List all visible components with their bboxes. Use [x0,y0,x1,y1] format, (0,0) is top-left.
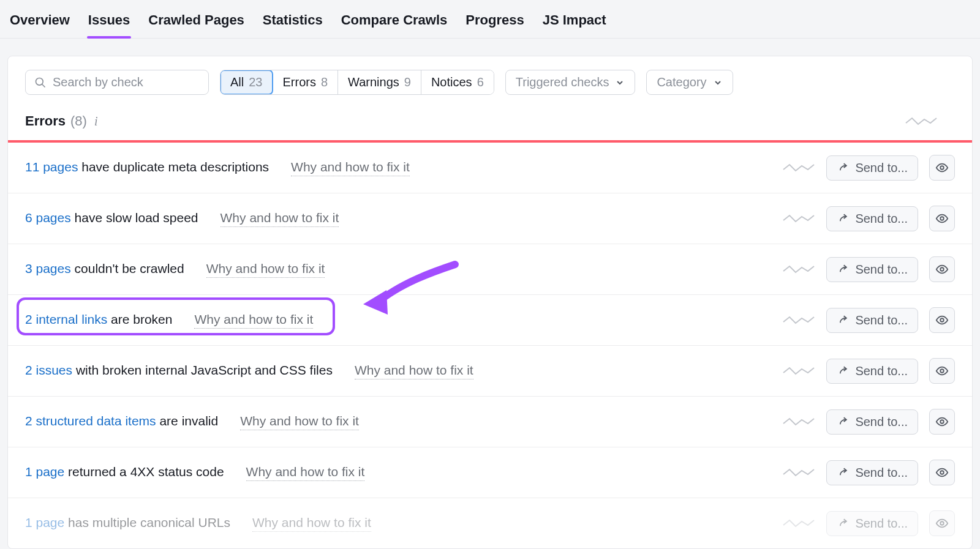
svg-point-4 [940,267,944,271]
issue-link[interactable]: 1 page [25,515,64,529]
filter-notices[interactable]: Notices 6 [421,70,494,94]
svg-point-7 [940,369,944,373]
issue-text: 1 page returned a 4XX status code Why an… [25,465,364,481]
svg-line-1 [42,84,45,87]
svg-point-2 [940,166,944,170]
view-button[interactable] [929,460,955,485]
issue-text: 2 internal links are broken Why and how … [25,312,313,329]
issue-text: 6 pages have slow load speed Why and how… [25,211,339,227]
issue-row: 6 pages have slow load speed Why and how… [8,193,972,244]
issue-link[interactable]: 6 pages [25,211,71,225]
section-count: (8) [70,113,87,129]
send-to-label: Send to... [855,517,908,531]
svg-point-9 [940,471,944,474]
issues-list: 11 pages have duplicate meta description… [8,143,972,548]
filter-pills: All 23 Errors 8 Warnings 9 Notices 6 [220,70,494,95]
issue-link[interactable]: 2 issues [25,363,72,377]
send-to-label: Send to... [855,364,908,378]
send-to-button[interactable]: Send to... [826,155,918,181]
fix-link[interactable]: Why and how to fix it [291,160,410,176]
svg-point-8 [940,420,944,424]
issue-row: 1 page returned a 4XX status code Why an… [8,447,972,498]
filter-warnings-label: Warnings [348,75,399,89]
view-button[interactable] [929,358,955,384]
tab-statistics[interactable]: Statistics [262,7,324,38]
share-icon [837,517,849,529]
issue-row: 1 page has multiple canonical URLs Why a… [8,498,972,548]
tab-compare-crawls[interactable]: Compare Crawls [340,7,449,38]
issue-text: 2 structured data items are invalid Why … [25,414,359,430]
issue-row: 2 internal links are broken Why and how … [8,295,972,346]
sparkline-icon [782,263,815,276]
view-button[interactable] [929,409,955,435]
send-to-button[interactable]: Send to... [826,409,918,435]
filter-errors[interactable]: Errors 8 [273,70,338,94]
issue-desc: with broken internal JavaScript and CSS … [72,363,333,377]
filter-warnings[interactable]: Warnings 9 [338,70,421,94]
tab-js-impact[interactable]: JS Impact [541,7,608,38]
eye-icon [935,517,949,530]
issue-desc: are invalid [156,414,219,428]
send-to-button[interactable]: Send to... [826,308,918,333]
tabs-bar: Overview Issues Crawled Pages Statistics… [0,0,980,39]
search-input-wrapper[interactable] [25,70,209,95]
send-to-button[interactable]: Send to... [826,460,918,485]
eye-icon [935,466,949,479]
fix-link[interactable]: Why and how to fix it [252,515,371,532]
issue-text: 2 issues with broken internal JavaScript… [25,363,473,379]
filter-all-label: All [230,75,244,89]
chevron-down-icon [713,78,723,88]
issue-desc: returned a 4XX status code [64,465,224,479]
issue-text: 3 pages couldn't be crawled Why and how … [25,261,325,278]
filter-warnings-count: 9 [404,75,411,89]
issue-text: 1 page has multiple canonical URLs Why a… [25,515,371,532]
search-input[interactable] [53,75,200,89]
tab-progress[interactable]: Progress [464,7,525,38]
view-button[interactable] [929,307,955,333]
issue-link[interactable]: 2 structured data items [25,414,156,428]
view-button[interactable] [929,206,955,231]
tab-crawled-pages[interactable]: Crawled Pages [147,7,246,38]
tab-issues[interactable]: Issues [87,7,132,38]
category-dropdown[interactable]: Category [646,70,733,95]
issue-desc: have slow load speed [71,211,198,225]
fix-link[interactable]: Why and how to fix it [194,312,313,329]
send-to-button[interactable]: Send to... [826,257,918,282]
issues-panel: All 23 Errors 8 Warnings 9 Notices 6 Tri… [7,56,973,549]
fix-link[interactable]: Why and how to fix it [240,414,359,430]
triggered-checks-dropdown[interactable]: Triggered checks [505,70,636,95]
send-to-button[interactable]: Send to... [826,206,918,231]
issue-desc: couldn't be crawled [71,261,184,275]
issue-link[interactable]: 3 pages [25,261,71,275]
sparkline-icon [782,466,815,479]
issue-link[interactable]: 1 page [25,465,64,479]
fix-link[interactable]: Why and how to fix it [221,211,339,227]
fix-link[interactable]: Why and how to fix it [206,261,325,278]
info-icon[interactable]: i [94,114,98,129]
issue-link[interactable]: 11 pages [25,160,78,174]
tab-overview[interactable]: Overview [9,7,71,38]
send-to-label: Send to... [855,313,908,327]
send-to-label: Send to... [855,263,908,277]
panel-controls: All 23 Errors 8 Warnings 9 Notices 6 Tri… [8,56,972,106]
svg-point-10 [940,521,944,525]
share-icon [837,314,849,326]
section-title: Errors [25,113,66,129]
issue-link[interactable]: 2 internal links [25,312,107,326]
eye-icon [935,212,949,225]
sparkline-icon [905,114,938,128]
fix-link[interactable]: Why and how to fix it [355,363,473,379]
fix-link[interactable]: Why and how to fix it [246,465,365,481]
issue-text: 11 pages have duplicate meta description… [25,160,410,176]
issue-desc: has multiple canonical URLs [64,515,230,529]
send-to-button[interactable]: Send to... [826,359,918,384]
send-to-label: Send to... [855,212,908,226]
eye-icon [935,415,949,428]
view-button[interactable] [929,155,955,181]
filter-all[interactable]: All 23 [221,70,273,94]
sparkline-icon [782,161,815,174]
send-to-button[interactable]: Send to... [826,511,918,536]
svg-point-5 [940,318,944,322]
view-button[interactable] [929,510,955,536]
view-button[interactable] [929,256,955,282]
